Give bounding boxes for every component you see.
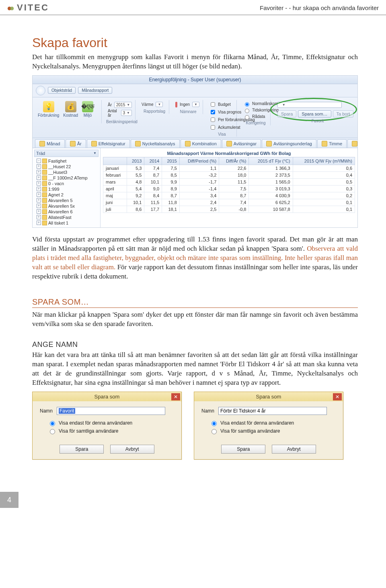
- header-breadcrumb: Favoriter - - hur skapa och använda favo…: [260, 4, 379, 11]
- tabort-button[interactable]: Ta bort: [333, 110, 354, 118]
- tree-node[interactable]: +AllatestFast: [37, 215, 99, 220]
- tidskorr-radio[interactable]: Tidskorrigering: [243, 107, 267, 113]
- tab-icon: [39, 141, 45, 146]
- tree-node[interactable]: +All tisket 1: [37, 220, 99, 226]
- radata-radio[interactable]: Rådata: [243, 114, 267, 120]
- tree-node[interactable]: +0 - vacn: [37, 181, 99, 186]
- ackum-check[interactable]: Ackumulerat: [209, 124, 233, 131]
- monthreport-tab[interactable]: Månadsrapport: [78, 87, 112, 94]
- table-row: juli8,617,718,12,5-0,810 587,80,1: [103, 206, 355, 213]
- table-row: februari5,58,78,5-3,218,02 373,50,4: [103, 171, 355, 178]
- ar-combo[interactable]: 2015▼: [114, 102, 132, 108]
- antal-ar-combo[interactable]: 3▼: [121, 110, 132, 116]
- tab-icon: [266, 141, 272, 146]
- spara-button[interactable]: Spara: [277, 110, 296, 118]
- grid-header: 2014: [144, 157, 162, 165]
- tree-node[interactable]: +Agnet 2: [37, 192, 99, 198]
- tree-pane: Träd▼ −Fastighet+__Huset 22+__Huset3+__F…: [33, 148, 101, 227]
- dialog-spara-button[interactable]: Spara: [60, 445, 104, 454]
- tree-title: Träd▼: [34, 150, 99, 157]
- namn-input-2[interactable]: [218, 407, 327, 415]
- grid-header: 2015: [162, 157, 180, 165]
- namn-label: Namn: [40, 408, 53, 414]
- section-title-skapa-favorit: Skapa favorit: [32, 35, 358, 50]
- app-window-title: Energiuppföljning - Super User (superuse…: [33, 76, 357, 84]
- perforbr-check[interactable]: Per förbrukningsslag: [209, 116, 233, 123]
- intro-paragraph: Det har tillkommit en menygrupp som kall…: [32, 53, 358, 71]
- visa-self-radio[interactable]: Visa endast för denna användaren: [209, 420, 336, 426]
- section-title-spara-som: SPARA SOM…: [32, 297, 358, 308]
- table-row: juni10,111,511,82,47,46 625,20,1: [103, 199, 355, 206]
- tab-icon: [70, 141, 76, 146]
- view-tab[interactable]: Timme: [317, 139, 347, 148]
- tree-node[interactable]: +__Huset 22: [37, 164, 99, 169]
- antal-ar-label: Antal år: [108, 109, 119, 118]
- view-tab[interactable]: Dokument: [347, 139, 357, 148]
- objtree-tab[interactable]: Objektsträd: [48, 87, 76, 94]
- bulb-icon: 💡: [43, 101, 54, 112]
- table-row: maj9,28,48,73,48,74 030,90,2: [103, 192, 355, 199]
- table-row: mars4,810,19,9-1,711,51 565,00,5: [103, 178, 355, 185]
- varme-combo[interactable]: ▼: [156, 102, 163, 107]
- kostnad-button[interactable]: 💰 Kostnad: [63, 101, 78, 118]
- spara-som-body: När man klickar på knappen 'Spara som' d…: [32, 310, 358, 329]
- table-row: april5,49,08,9-1,47,53 019,30,3: [103, 185, 355, 192]
- dialog-spara-button[interactable]: Spara: [221, 445, 265, 454]
- folder-icon: [42, 215, 47, 220]
- leaf-icon: �एक: [82, 101, 93, 112]
- tree-node[interactable]: −Fastighet: [37, 158, 99, 164]
- visa-all-radio[interactable]: Visa för samtliga användare: [48, 428, 174, 434]
- tree-node[interactable]: +Akvarellen 5: [37, 198, 99, 203]
- bag-icon: 💰: [65, 101, 76, 112]
- warn-icon: [175, 102, 177, 107]
- forbrukning-button[interactable]: 💡 Förbrukning: [38, 101, 59, 118]
- view-tab[interactable]: Månad: [35, 139, 65, 148]
- para-after-shot: Vid första uppstart av programmet efter …: [32, 235, 358, 281]
- miljo-button[interactable]: �एक Miljö: [82, 101, 93, 118]
- folder-icon: [42, 209, 47, 214]
- view-tab[interactable]: Avläsningsunderlag: [262, 139, 316, 148]
- tree-node[interactable]: +__Huset3: [37, 169, 99, 175]
- tree-node[interactable]: +Akvarellen 5x: [37, 203, 99, 209]
- dialog-avbryt-button[interactable]: Avbryt: [272, 445, 316, 454]
- page-header: VITEC Favoriter - - hur skapa och använd…: [0, 0, 386, 15]
- dialog-row: Spara som ✕ Namn Favorit Visa endast för…: [32, 392, 358, 460]
- ribbon: 💡 Förbrukning 💰 Kostnad �एक Miljö: [33, 97, 357, 138]
- view-tab[interactable]: Effektsignatur: [87, 139, 130, 148]
- folder-icon: [42, 181, 47, 186]
- view-tab[interactable]: År: [66, 139, 86, 148]
- prognos-check[interactable]: Visa prognos: [209, 109, 233, 116]
- namn-input-1[interactable]: Favorit: [57, 407, 165, 415]
- close-icon[interactable]: ✕: [333, 393, 342, 400]
- close-icon[interactable]: ✕: [171, 393, 180, 400]
- grid-header: 2013: [127, 157, 144, 165]
- namn-label: Namn: [201, 408, 214, 414]
- folder-icon: [42, 198, 47, 203]
- app-menu-icon[interactable]: [36, 86, 45, 95]
- normal-radio[interactable]: Normalårskorrigering: [243, 101, 267, 107]
- dialog-avbryt-button[interactable]: Avbryt: [110, 445, 154, 454]
- view-tab[interactable]: Kombination: [181, 139, 221, 148]
- tree-node[interactable]: +1:999: [37, 186, 99, 192]
- app-screenshot: Energiuppföljning - Super User (superuse…: [32, 75, 358, 228]
- tab-icon: [91, 141, 97, 146]
- grid-header: 2015 dT Fjv (°C): [249, 157, 293, 165]
- tree-node[interactable]: +__F 1000m2 ATemp: [37, 175, 99, 181]
- favorit-combo[interactable]: ▼: [277, 102, 342, 108]
- tab-icon: [322, 141, 327, 146]
- view-tab[interactable]: Avläsningar: [222, 139, 261, 148]
- budget-check[interactable]: Budget: [209, 101, 233, 108]
- grid-header: Diff/Period (%): [179, 157, 219, 165]
- table-row: januari5,37,47,51,122,61 366,30,6: [103, 165, 355, 171]
- folder-icon: [42, 221, 47, 225]
- logo-icon: [7, 4, 14, 11]
- visa-self-radio[interactable]: Visa endast för denna användaren: [48, 420, 174, 426]
- view-tab[interactable]: Nyckeltalsanalys: [131, 139, 180, 148]
- grp-period: Beräkningsperiod: [106, 120, 135, 124]
- tree-node[interactable]: +Akvarellen 6: [37, 209, 99, 215]
- view-tabstrip: MånadÅrEffektsignaturNyckeltalsanalysKom…: [33, 138, 357, 148]
- spara-som-button[interactable]: Spara som…: [298, 110, 331, 118]
- visa-all-radio[interactable]: Visa för samtliga användare: [209, 428, 336, 434]
- spara-som-dialog-2: Spara som ✕ Namn Visa endast för denna a…: [194, 392, 343, 460]
- ingen-combo[interactable]: ▼: [192, 102, 199, 107]
